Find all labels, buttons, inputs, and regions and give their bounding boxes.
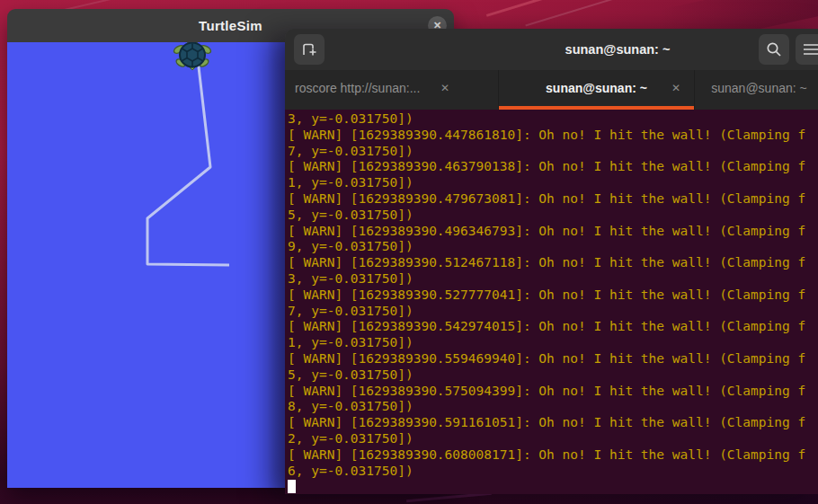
tab-label: sunan@sunan: ~ xyxy=(499,70,694,106)
terminal-line: [ WARN] [1629389390.479673081]: Oh no! I… xyxy=(288,191,818,208)
menu-button[interactable] xyxy=(796,34,818,65)
terminal-line: 5, y=-0.031750]) xyxy=(288,367,818,384)
turtlesim-window-title: TurtleSim xyxy=(199,18,262,33)
terminal-line: 1, y=-0.031750]) xyxy=(288,335,818,351)
wallpaper-streak xyxy=(486,0,616,17)
terminal-line: [ WARN] [1629389390.463790138]: Oh no! I… xyxy=(288,159,818,175)
terminal-line: 3, y=-0.031750]) xyxy=(288,111,818,128)
terminal-output[interactable]: 3, y=-0.031750])[ WARN] [1629389390.4478… xyxy=(285,110,818,494)
terminal-headerbar[interactable]: sunan@sunan: ~ xyxy=(285,29,818,70)
close-icon: ✕ xyxy=(440,82,449,94)
tab-sunan-2[interactable]: sunan@sunan: ~ xyxy=(695,70,818,110)
terminal-line: 9, y=-0.031750]) xyxy=(288,239,818,255)
terminal-line: 7, y=-0.031750]) xyxy=(288,144,818,160)
terminal-window: sunan@sunan: ~ roscore http://sunan:... … xyxy=(285,29,818,494)
new-tab-icon xyxy=(301,42,318,57)
search-icon xyxy=(766,41,782,57)
terminal-line: [ WARN] [1629389390.512467118]: Oh no! I… xyxy=(288,255,818,271)
terminal-line: 8, y=-0.031750]) xyxy=(288,399,818,415)
close-icon: ✕ xyxy=(671,82,680,94)
terminal-tab-bar: roscore http://sunan:... ✕ sunan@sunan: … xyxy=(285,70,818,110)
tab-sunan-active[interactable]: sunan@sunan: ~ ✕ xyxy=(499,70,695,110)
terminal-line: [ WARN] [1629389390.608008171]: Oh no! I… xyxy=(288,447,818,464)
terminal-line: [ WARN] [1629389390.447861810]: Oh no! I… xyxy=(288,128,818,144)
terminal-cursor xyxy=(288,480,296,493)
new-tab-button[interactable] xyxy=(294,34,325,65)
terminal-line: [ WARN] [1629389390.591161051]: Oh no! I… xyxy=(288,415,818,431)
terminal-line: [ WARN] [1629389390.542974015]: Oh no! I… xyxy=(288,319,818,335)
tab-roscore[interactable]: roscore http://sunan:... ✕ xyxy=(285,70,499,110)
terminal-line: 6, y=-0.031750]) xyxy=(288,464,818,480)
tab-close-button[interactable]: ✕ xyxy=(438,81,452,95)
terminal-line: 5, y=-0.031750]) xyxy=(288,208,818,224)
terminal-window-title: sunan@sunan: ~ xyxy=(474,29,761,70)
terminal-line: [ WARN] [1629389390.559469940]: Oh no! I… xyxy=(288,351,818,367)
terminal-line: 7, y=-0.031750]) xyxy=(288,304,818,320)
terminal-lines: 3, y=-0.031750])[ WARN] [1629389390.4478… xyxy=(288,111,818,479)
wallpaper-streak xyxy=(525,0,628,26)
tab-label: roscore http://sunan:... xyxy=(295,70,420,106)
terminal-line: [ WARN] [1629389390.527777041]: Oh no! I… xyxy=(288,287,818,304)
terminal-line: 3, y=-0.031750]) xyxy=(288,271,818,287)
tab-close-button[interactable]: ✕ xyxy=(669,81,683,95)
terminal-line: [ WARN] [1629389390.575094399]: Oh no! I… xyxy=(288,384,818,400)
terminal-line: 1, y=-0.031750]) xyxy=(288,175,818,191)
terminal-line: 2, y=-0.031750]) xyxy=(288,431,818,447)
terminal-line: [ WARN] [1629389390.496346793]: Oh no! I… xyxy=(288,224,818,240)
tab-label: sunan@sunan: ~ xyxy=(695,70,818,106)
hamburger-menu-icon xyxy=(803,43,818,56)
search-button[interactable] xyxy=(759,34,789,65)
turtle-sprite xyxy=(172,42,213,70)
